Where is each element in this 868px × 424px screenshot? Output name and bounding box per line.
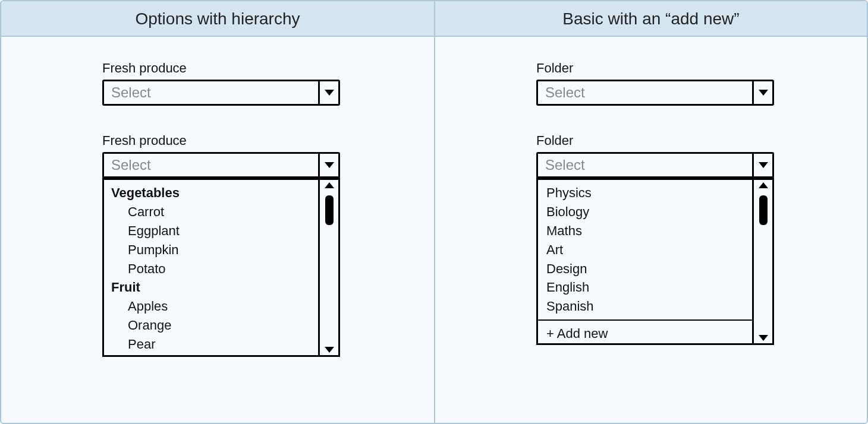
option-physics[interactable]: Physics	[545, 183, 746, 202]
chevron-down-icon	[325, 162, 334, 168]
produce-select-closed-value: Select	[104, 81, 318, 104]
produce-dropdown-list: Vegetables Carrot Eggplant Pumpkin Potat…	[104, 180, 318, 355]
produce-select-open-value: Select	[104, 154, 318, 176]
scroll-thumb[interactable]	[325, 195, 334, 225]
produce-select-open-caret[interactable]	[318, 154, 338, 176]
produce-select-closed[interactable]: Select	[102, 80, 340, 106]
folder-select-closed[interactable]: Select	[536, 80, 774, 106]
folder-scrollbar[interactable]	[752, 180, 772, 343]
option-carrot[interactable]: Carrot	[111, 202, 312, 222]
panel-addnew: Basic with an “add new” Folder Select Fo…	[434, 1, 867, 423]
scroll-up-icon[interactable]	[325, 182, 334, 188]
option-orange[interactable]: Orange	[111, 316, 312, 335]
folder-select-open-value: Select	[538, 154, 752, 176]
folder-select-closed-value: Select	[538, 81, 752, 104]
scroll-down-icon[interactable]	[325, 347, 334, 353]
chevron-down-icon	[325, 90, 334, 96]
chevron-down-icon	[759, 90, 768, 96]
option-potato[interactable]: Potato	[111, 260, 312, 279]
option-maths[interactable]: Maths	[545, 222, 746, 241]
add-new-option[interactable]: + Add new	[545, 323, 746, 343]
folder-label-open: Folder	[536, 133, 867, 148]
option-apples[interactable]: Apples	[111, 297, 312, 316]
produce-select-closed-caret[interactable]	[318, 81, 338, 104]
folder-select-closed-caret[interactable]	[752, 81, 772, 104]
option-design[interactable]: Design	[545, 260, 746, 279]
folder-label-closed: Folder	[536, 61, 867, 76]
group-fruit: Fruit	[111, 278, 312, 297]
group-vegetables: Vegetables	[111, 183, 312, 202]
scroll-down-icon[interactable]	[759, 335, 768, 341]
option-pear[interactable]: Pear	[111, 335, 312, 354]
scroll-thumb[interactable]	[759, 195, 768, 225]
folder-select-open-caret[interactable]	[752, 154, 772, 176]
folder-dropdown: Physics Biology Maths Art Design English…	[536, 178, 774, 345]
addnew-divider	[538, 319, 752, 321]
option-art[interactable]: Art	[545, 241, 746, 260]
option-spanish[interactable]: Spanish	[545, 297, 746, 316]
panel-addnew-title: Basic with an “add new”	[435, 1, 867, 37]
scroll-up-icon[interactable]	[759, 182, 768, 188]
produce-dropdown: Vegetables Carrot Eggplant Pumpkin Potat…	[102, 178, 340, 357]
chevron-down-icon	[759, 162, 768, 168]
folder-dropdown-list: Physics Biology Maths Art Design English…	[538, 180, 752, 343]
option-eggplant[interactable]: Eggplant	[111, 222, 312, 241]
produce-select-open[interactable]: Select	[102, 152, 340, 178]
produce-label-open: Fresh produce	[102, 133, 434, 148]
produce-scrollbar[interactable]	[318, 180, 338, 355]
panel-hierarchy: Options with hierarchy Fresh produce Sel…	[1, 1, 434, 423]
option-english[interactable]: English	[545, 278, 746, 297]
option-pumpkin[interactable]: Pumpkin	[111, 241, 312, 260]
option-biology[interactable]: Biology	[545, 202, 746, 222]
panel-hierarchy-title: Options with hierarchy	[1, 1, 434, 37]
produce-label-closed: Fresh produce	[102, 61, 434, 76]
folder-select-open[interactable]: Select	[536, 152, 774, 178]
